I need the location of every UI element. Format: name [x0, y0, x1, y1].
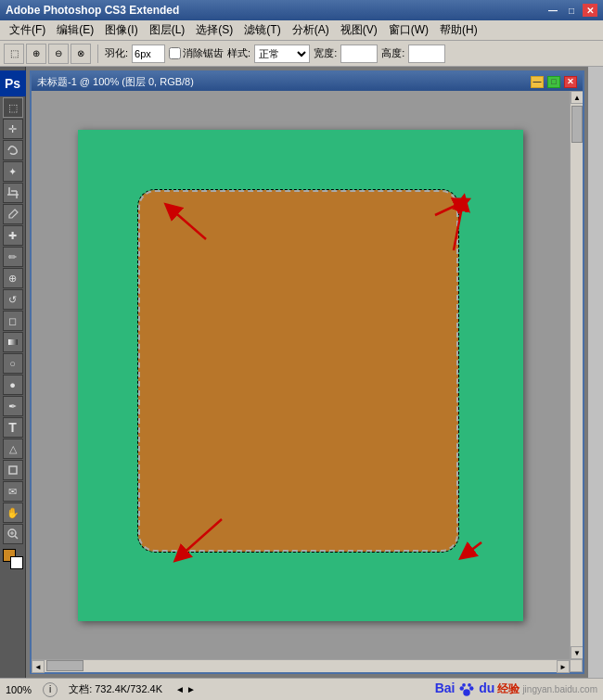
- shape-btn[interactable]: [3, 460, 23, 480]
- status-bar: 100% i 文档: 732.4K/732.4K ◄ ► Bai du 经验 j…: [0, 678, 603, 700]
- prev-btn[interactable]: ◄: [175, 684, 185, 694]
- status-info-btn[interactable]: i: [43, 682, 58, 697]
- svg-point-14: [468, 683, 472, 687]
- watermark-url: jingyan.baidu.com: [522, 684, 597, 694]
- feather-input[interactable]: [132, 45, 165, 63]
- svg-point-13: [463, 683, 467, 687]
- document-window: 未标题-1 @ 100% (图层 0, RGB/8) — □ ✕: [30, 70, 584, 674]
- app-close-btn[interactable]: ✕: [583, 4, 597, 17]
- style-label: 样式:: [227, 46, 250, 60]
- crop-tool-btn[interactable]: [3, 183, 23, 203]
- baidu-brand: Bai du: [435, 681, 495, 697]
- style-select[interactable]: 正常 固定大小 固定比例: [254, 45, 310, 63]
- vertical-scrollbar[interactable]: ▲ ▼: [570, 91, 583, 659]
- next-btn[interactable]: ►: [186, 684, 196, 694]
- doc-titlebar: 未标题-1 @ 100% (图层 0, RGB/8) — □ ✕: [32, 72, 583, 91]
- svg-point-11: [460, 686, 465, 691]
- baidu-suffix: 经验: [497, 681, 520, 697]
- scroll-thumb-h[interactable]: [46, 660, 83, 671]
- doc-body: ▲ ▼: [32, 91, 583, 659]
- tools-panel: Ps ⬚ ✛ ✦ ✚ ✏ ⊕ ↺ ◻ ○ ● ✒ T △ ✉ ✋: [0, 67, 26, 678]
- app-maximize-btn[interactable]: □: [564, 4, 579, 17]
- toolbar-icon-3[interactable]: ⊖: [48, 44, 69, 64]
- arrow-bottom-right: [466, 542, 481, 554]
- doc-maximize-btn[interactable]: □: [547, 76, 560, 88]
- bg-color-swatch[interactable]: [10, 556, 23, 569]
- scroll-right-btn[interactable]: ►: [557, 660, 570, 673]
- baidu-paw-icon: [458, 681, 475, 698]
- menu-help[interactable]: 帮助(H): [434, 20, 483, 40]
- smooth-label: 消除锯齿: [169, 46, 224, 60]
- svg-point-10: [464, 689, 471, 696]
- zoom-btn[interactable]: [3, 524, 23, 544]
- svg-rect-5: [9, 466, 17, 474]
- svg-rect-4: [8, 339, 18, 345]
- eraser-btn[interactable]: ◻: [3, 311, 23, 331]
- menu-view[interactable]: 视图(V): [335, 20, 383, 40]
- doc-size-value: 文档: 732.4K/732.4K: [69, 682, 162, 696]
- toolbar: ⬚ ⊕ ⊖ ⊗ 羽化: 消除锯齿 样式: 正常 固定大小 固定比例 宽度: 高度…: [0, 41, 603, 67]
- svg-point-12: [469, 686, 474, 691]
- menu-filter[interactable]: 滤镜(T): [238, 20, 286, 40]
- menu-window[interactable]: 窗口(W): [383, 20, 434, 40]
- height-input[interactable]: [408, 45, 445, 63]
- gradient-btn[interactable]: [3, 332, 23, 352]
- clone-btn[interactable]: ⊕: [3, 268, 23, 288]
- doc-close-btn[interactable]: ✕: [564, 76, 577, 88]
- svg-line-7: [15, 536, 18, 539]
- heal-btn[interactable]: ✚: [3, 225, 23, 246]
- marquee-tool-btn[interactable]: ⬚: [3, 97, 23, 118]
- text-btn[interactable]: T: [3, 417, 23, 438]
- menu-select[interactable]: 选择(S): [190, 20, 238, 40]
- menu-analyze[interactable]: 分析(A): [287, 20, 335, 40]
- menu-bar: 文件(F) 编辑(E) 图像(I) 图层(L) 选择(S) 滤镜(T) 分析(A…: [0, 20, 603, 41]
- lasso-tool-btn[interactable]: [3, 140, 23, 160]
- menu-layer[interactable]: 图层(L): [144, 20, 191, 40]
- width-label: 宽度:: [314, 46, 337, 60]
- doc-size-status: 文档: 732.4K/732.4K: [69, 682, 162, 696]
- width-input[interactable]: [340, 45, 378, 63]
- toolbar-icon-2[interactable]: ⊕: [26, 44, 46, 64]
- scroll-track-h[interactable]: [45, 660, 557, 672]
- hand-btn[interactable]: ✋: [3, 503, 23, 523]
- title-bar: Adobe Photoshop CS3 Extended — □ ✕: [0, 0, 603, 20]
- color-picker[interactable]: [3, 549, 23, 569]
- doc-title: 未标题-1 @ 100% (图层 0, RGB/8): [37, 75, 529, 89]
- brown-rectangle: [138, 190, 458, 552]
- pen-btn[interactable]: ✒: [3, 396, 23, 416]
- feather-label: 羽化:: [105, 46, 128, 60]
- move-tool-btn[interactable]: ✛: [3, 119, 23, 139]
- notes-btn[interactable]: ✉: [3, 481, 23, 502]
- doc-canvas-area[interactable]: [32, 91, 570, 659]
- scroll-left-btn[interactable]: ◄: [32, 660, 45, 673]
- blur-btn[interactable]: ○: [3, 353, 23, 374]
- menu-image[interactable]: 图像(I): [99, 20, 143, 40]
- doc-minimize-btn[interactable]: —: [531, 76, 544, 88]
- history-btn[interactable]: ↺: [3, 289, 23, 310]
- app-title: Adobe Photoshop CS3 Extended: [6, 4, 179, 17]
- watermark: Bai du 经验 jingyan.baidu.com: [435, 681, 597, 697]
- eyedropper-btn[interactable]: [3, 204, 23, 224]
- toolbar-icon-4[interactable]: ⊗: [71, 44, 91, 64]
- scroll-track-v[interactable]: [571, 104, 583, 646]
- brush-btn[interactable]: ✏: [3, 247, 23, 267]
- menu-file[interactable]: 文件(F): [4, 20, 51, 40]
- scroll-down-btn[interactable]: ▼: [571, 646, 583, 659]
- ps-logo: Ps: [0, 70, 26, 96]
- horizontal-scrollbar[interactable]: ◄ ►: [32, 659, 570, 672]
- app-minimize-btn[interactable]: —: [545, 4, 560, 17]
- toolbar-icon-1[interactable]: ⬚: [4, 44, 24, 64]
- scroll-thumb-v[interactable]: [571, 106, 583, 143]
- menu-edit[interactable]: 编辑(E): [51, 20, 99, 40]
- workspace: Ps ⬚ ✛ ✦ ✚ ✏ ⊕ ↺ ◻ ○ ● ✒ T △ ✉ ✋: [0, 67, 603, 678]
- path-select-btn[interactable]: △: [3, 439, 23, 459]
- zoom-status: 100%: [6, 684, 32, 695]
- toolbar-tool-icons: ⬚ ⊕ ⊖ ⊗: [4, 44, 91, 64]
- scroll-up-btn[interactable]: ▲: [571, 91, 583, 104]
- right-panel: [588, 67, 603, 678]
- ps-canvas[interactable]: [78, 130, 523, 621]
- smooth-checkbox[interactable]: [169, 47, 181, 59]
- dodge-btn[interactable]: ●: [3, 375, 23, 395]
- nav-arrows: ◄ ►: [175, 684, 196, 694]
- magic-wand-btn[interactable]: ✦: [3, 161, 23, 182]
